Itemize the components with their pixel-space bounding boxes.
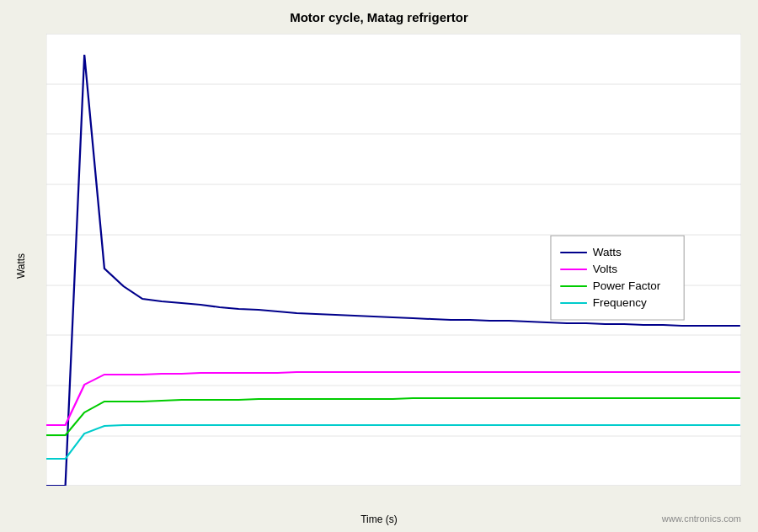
chart-svg: 0 100 200 300 400 500 600 700 800 900 1 …	[46, 34, 741, 486]
x-axis-label: Time (s)	[360, 513, 398, 525]
chart-title: Motor cycle, Matag refrigertor	[0, 0, 758, 24]
svg-text:Volts: Volts	[593, 263, 617, 275]
watermark: www.cntronics.com	[662, 513, 741, 524]
chart-container: Motor cycle, Matag refrigertor Watts 0 1…	[0, 0, 758, 532]
svg-text:Watts: Watts	[593, 247, 622, 258]
y-axis-label: Watts	[15, 253, 27, 279]
svg-text:Power Factor: Power Factor	[593, 280, 661, 292]
svg-text:Frequency: Frequency	[593, 297, 648, 309]
